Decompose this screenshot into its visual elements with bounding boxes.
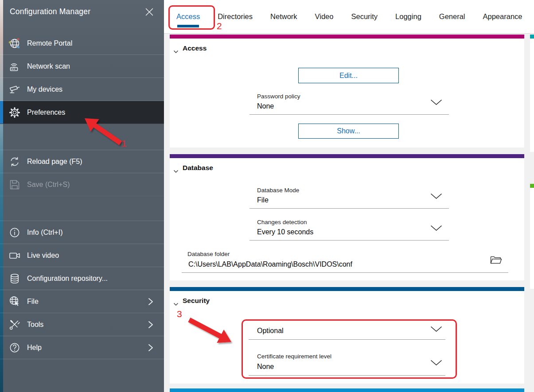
sidebar-spacer — [0, 124, 164, 150]
tab-bar: AccessDirectoriesNetworkVideoSecurityLog… — [164, 0, 534, 34]
changes-detection-value[interactable]: Every 10 seconds — [257, 228, 313, 236]
tab-access[interactable]: Access — [176, 0, 200, 33]
sidebar-item-network-scan[interactable]: Network scan — [0, 55, 164, 78]
preferences-body: Access Edit... Password policy None Show… — [164, 34, 534, 392]
right-column-card2 — [530, 188, 534, 289]
dropdown-chevron-icon[interactable] — [430, 225, 442, 231]
security-section-title: Security — [183, 297, 210, 305]
edit-users-button[interactable]: Edit... — [298, 68, 399, 83]
camera-icon — [8, 83, 21, 96]
preferences-panel: AccessDirectoriesNetworkVideoSecurityLog… — [164, 0, 534, 392]
reload-icon — [8, 155, 21, 168]
database-icon — [8, 272, 21, 285]
security-section-card: Security Optional Certificate requiremen… — [170, 287, 524, 384]
database-section-title: Database — [183, 164, 213, 172]
tools-icon — [8, 318, 21, 331]
access-section-header[interactable]: Access — [173, 44, 207, 52]
field-underline — [249, 339, 445, 340]
sidebar-item-file[interactable]: File — [0, 290, 164, 313]
sidebar-item-info[interactable]: Info (Ctrl+I) — [0, 221, 164, 244]
next-section-color-bar — [170, 388, 524, 392]
video-icon — [8, 249, 21, 262]
right-column-card1-color-bar — [530, 35, 534, 39]
security-section-header[interactable]: Security — [173, 297, 210, 305]
sidebar-item-preferences[interactable]: Preferences — [0, 101, 164, 124]
info-icon — [8, 226, 21, 239]
collapse-chevron-icon — [173, 47, 179, 51]
sidebar-spacer — [0, 196, 164, 221]
gear-icon — [8, 106, 21, 119]
field-underline — [249, 208, 449, 209]
help-icon — [8, 341, 21, 354]
collapse-chevron-icon — [173, 167, 179, 171]
sidebar-items: Remote Portal Network scan My devices Pr… — [0, 32, 164, 359]
close-icon[interactable] — [144, 6, 155, 18]
field-underline — [249, 240, 449, 241]
tab-logging[interactable]: Logging — [395, 0, 421, 33]
database-mode-label: Database Mode — [257, 187, 299, 194]
right-column-card1 — [530, 39, 534, 152]
database-folder-label: Database folder — [187, 251, 230, 257]
field-underline — [249, 375, 445, 376]
database-section-color-bar — [170, 154, 524, 158]
sidebar-item-live-video[interactable]: Live video — [0, 244, 164, 267]
dropdown-chevron-icon[interactable] — [430, 193, 442, 199]
password-policy-value[interactable]: None — [257, 102, 274, 110]
access-section-card: Access Edit... Password policy None Show… — [170, 35, 524, 147]
access-section-title: Access — [183, 44, 207, 52]
password-policy-label: Password policy — [257, 93, 300, 100]
field-underline — [182, 272, 508, 273]
database-section-card: Database Database Mode File Changes dete… — [170, 154, 524, 280]
field-underline — [249, 114, 449, 115]
tab-general[interactable]: General — [439, 0, 465, 33]
sidebar-item-remote-portal[interactable]: Remote Portal — [0, 32, 164, 55]
save-icon — [8, 178, 21, 191]
configuration-manager-screen: Configuration Manager Remote Portal Netw… — [0, 0, 534, 392]
sidebar-menu: Configuration Manager Remote Portal Netw… — [0, 0, 164, 392]
chevron-right-icon — [145, 297, 155, 307]
changes-detection-label: Changes detection — [257, 219, 307, 225]
database-folder-value: C:\Users\LAB\AppData\Roaming\Bosch\VIDOS… — [188, 260, 352, 268]
folder-browse-icon[interactable] — [489, 253, 503, 265]
collapse-chevron-icon — [173, 300, 179, 303]
dropdown-chevron-icon[interactable] — [430, 326, 442, 332]
chevron-right-icon — [145, 343, 155, 353]
tab-network[interactable]: Network — [270, 0, 297, 33]
show-sessions-button[interactable]: Show... — [298, 124, 399, 139]
sidebar-item-save: Save (Ctrl+S) — [0, 173, 164, 196]
dropdown-chevron-icon[interactable] — [430, 360, 442, 366]
chevron-right-icon — [145, 320, 155, 330]
sidebar-item-tools[interactable]: Tools — [0, 313, 164, 336]
certificate-requirement-value[interactable]: None — [257, 363, 274, 371]
access-section-color-bar — [170, 35, 524, 39]
sidebar-item-my-devices[interactable]: My devices — [0, 78, 164, 101]
sidebar-item-reload-page[interactable]: Reload page (F5) — [0, 150, 164, 173]
sidebar-header: Configuration Manager — [0, 0, 164, 32]
globe-dots-icon — [8, 37, 21, 50]
network-scan-icon — [8, 60, 21, 73]
database-mode-value[interactable]: File — [257, 196, 269, 204]
right-column-card2-color-bar — [530, 184, 534, 188]
dropdown-chevron-icon[interactable] — [430, 99, 442, 105]
tab-security[interactable]: Security — [351, 0, 378, 33]
globe-cursor-icon — [8, 295, 21, 308]
database-section-header[interactable]: Database — [173, 164, 213, 172]
app-title: Configuration Manager — [10, 6, 144, 16]
sidebar-item-configuration-repository[interactable]: Configuration repository... — [0, 267, 164, 290]
certificate-requirement-label: Certificate requirement level — [257, 353, 331, 360]
tls-mode-value[interactable]: Optional — [257, 327, 284, 335]
tab-video[interactable]: Video — [315, 0, 334, 33]
tab-directories[interactable]: Directories — [218, 0, 253, 33]
security-section-color-bar — [170, 287, 524, 291]
sidebar-item-help[interactable]: Help — [0, 336, 164, 359]
tab-appearance[interactable]: Appearance — [483, 0, 522, 33]
